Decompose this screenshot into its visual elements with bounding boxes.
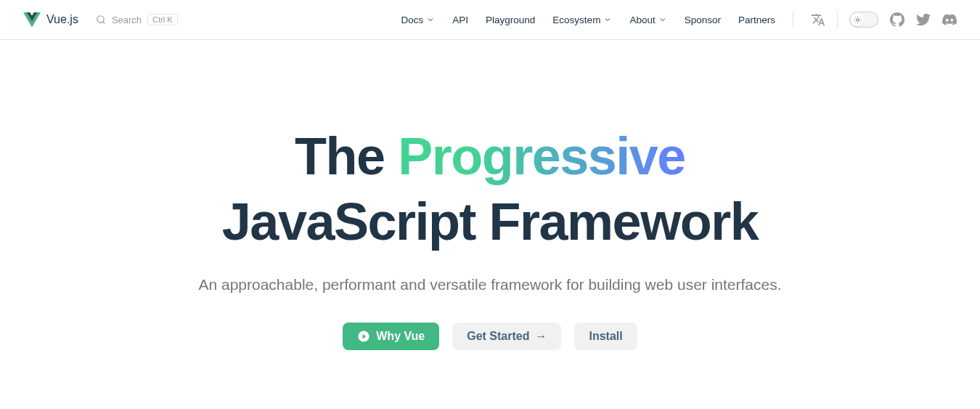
nav-ecosystem-label: Ecosystem bbox=[552, 15, 600, 25]
svg-line-1 bbox=[103, 22, 105, 24]
hero-subtitle: An approachable, performant and versatil… bbox=[0, 276, 980, 293]
navbar-right: Docs API Playground Ecosystem About Spon… bbox=[401, 11, 957, 28]
hero-buttons: Why Vue Get Started → Install bbox=[0, 323, 980, 350]
search-shortcut: Ctrl K bbox=[147, 14, 178, 25]
logo-link[interactable]: Vue.js bbox=[23, 11, 78, 28]
nav-docs-label: Docs bbox=[401, 15, 424, 25]
nav-sponsor-label: Sponsor bbox=[685, 15, 721, 25]
nav-docs[interactable]: Docs bbox=[401, 15, 436, 25]
hero-title: The Progressive JavaScript Framework bbox=[0, 123, 980, 254]
svg-point-0 bbox=[97, 16, 104, 23]
play-circle-icon bbox=[357, 330, 370, 343]
hero-section: The Progressive JavaScript Framework An … bbox=[0, 40, 980, 350]
why-vue-button[interactable]: Why Vue bbox=[343, 323, 439, 350]
nav-playground[interactable]: Playground bbox=[486, 15, 535, 25]
why-vue-label: Why Vue bbox=[376, 330, 425, 343]
install-button[interactable]: Install bbox=[574, 323, 637, 350]
navbar: Vue.js Search Ctrl K Docs API Playground… bbox=[0, 0, 980, 40]
nav-partners-label: Partners bbox=[738, 15, 775, 25]
twitter-icon[interactable] bbox=[916, 12, 931, 27]
search-box[interactable]: Search Ctrl K bbox=[96, 14, 178, 25]
chevron-down-icon bbox=[426, 15, 435, 24]
search-placeholder: Search bbox=[112, 15, 142, 25]
discord-icon[interactable] bbox=[942, 12, 957, 27]
divider bbox=[837, 11, 838, 28]
nav-partners[interactable]: Partners bbox=[738, 15, 775, 25]
theme-toggle-knob bbox=[851, 13, 864, 26]
svg-line-5 bbox=[854, 17, 855, 17]
svg-line-9 bbox=[854, 22, 855, 23]
svg-line-10 bbox=[859, 17, 860, 17]
nav-api-label: API bbox=[452, 15, 468, 25]
theme-toggle[interactable] bbox=[849, 12, 878, 28]
hero-title-highlight: Progressive bbox=[398, 127, 685, 185]
logo-text: Vue.js bbox=[46, 13, 78, 26]
sun-icon bbox=[854, 16, 862, 24]
get-started-button[interactable]: Get Started → bbox=[452, 323, 561, 350]
nav-ecosystem[interactable]: Ecosystem bbox=[552, 15, 612, 25]
nav-about-label: About bbox=[629, 15, 655, 25]
vue-logo-icon bbox=[23, 11, 41, 28]
divider bbox=[793, 11, 793, 28]
translate-icon[interactable] bbox=[811, 12, 825, 27]
navbar-left: Vue.js Search Ctrl K bbox=[23, 11, 178, 28]
get-started-label: Get Started bbox=[467, 330, 529, 343]
search-icon bbox=[96, 15, 106, 25]
nav-api[interactable]: API bbox=[452, 15, 468, 25]
hero-title-prefix: The bbox=[295, 127, 385, 185]
chevron-down-icon bbox=[658, 15, 667, 24]
svg-point-2 bbox=[856, 18, 859, 21]
install-label: Install bbox=[589, 330, 622, 343]
nav-sponsor[interactable]: Sponsor bbox=[685, 15, 721, 25]
svg-line-6 bbox=[859, 22, 860, 23]
hero-title-line2: JavaScript Framework bbox=[222, 193, 758, 251]
chevron-down-icon bbox=[603, 15, 612, 24]
nav-playground-label: Playground bbox=[486, 15, 535, 25]
icon-group bbox=[811, 11, 957, 28]
github-icon[interactable] bbox=[890, 12, 905, 27]
nav-about[interactable]: About bbox=[629, 15, 666, 25]
arrow-right-icon: → bbox=[535, 330, 547, 343]
